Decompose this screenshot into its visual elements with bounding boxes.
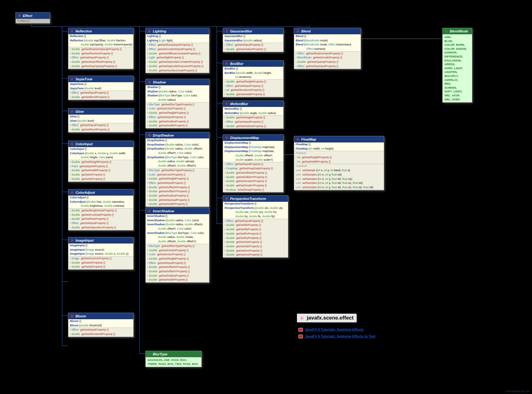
svg-line-34	[71, 112, 71, 113]
class-bloom: BloomBloom ()Bloom (double threshold)r E…	[68, 313, 134, 337]
class-title: Reflection	[75, 29, 92, 33]
svg-line-24	[73, 80, 74, 81]
enum-blurtype: BlurType GAUSSIAN, ONE_PASS_BOX, THREE_P…	[145, 351, 202, 367]
ctor-row: DropShadow ()	[146, 138, 209, 143]
enum-item: SCREEN,	[444, 86, 470, 90]
link-text: JavaFX 8 Tutorials: Applying Effects to …	[305, 334, 375, 338]
prop-section: r BlurType get/set/blurTypeProperty ()r …	[146, 244, 209, 282]
ctor-row: DropShadow (double radius, Color color)	[146, 143, 209, 147]
prop-row: r Color get/set/colorProperty ()	[146, 173, 209, 177]
prop-section: r double get/set/bottomOpacityProperty (…	[68, 47, 133, 69]
svg-line-160	[297, 32, 297, 33]
svg-line-32	[71, 110, 71, 111]
svg-point-144	[226, 198, 227, 199]
svg-line-132	[228, 105, 228, 105]
ctor-row: Glow ()	[68, 115, 133, 119]
svg-line-176	[445, 30, 446, 31]
svg-line-152	[228, 197, 228, 198]
svg-line-41	[71, 143, 71, 143]
class-boxblur: BoxBlurBoxBlur ()BoxBlur (double width, …	[223, 60, 284, 97]
svg-line-61	[71, 241, 71, 242]
prop-row: r double get/set/ulxProperty ()	[223, 240, 288, 244]
prop-row: r double get/set/xProperty ()	[68, 261, 133, 265]
sun-icon	[300, 316, 305, 320]
class-header: MotionBlur	[223, 101, 283, 107]
prop-section: r Effect get/set/inputProperty ()r doubl…	[68, 328, 133, 337]
prop-section: r Effect get/set/inputProperty ()r Float…	[223, 162, 283, 192]
enum-item: ADD,	[444, 35, 470, 39]
svg-line-5	[18, 15, 19, 15]
enum-item: OVERLAY,	[444, 78, 470, 82]
svg-line-59	[71, 239, 71, 240]
ctor-row: Lighting ()	[146, 34, 209, 39]
ctor-section: InnerShadow ()InnerShadow (double radius…	[146, 214, 209, 244]
tree-stub	[139, 353, 145, 354]
tree-line	[217, 26, 217, 224]
tree-stub	[62, 31, 68, 32]
ctor-row-cont: double radius, double choke,	[146, 235, 209, 239]
svg-point-72	[149, 31, 150, 32]
svg-line-125	[228, 62, 228, 63]
ctor-row-cont: double offsetY, Color color)	[146, 227, 209, 231]
link-icon	[298, 328, 303, 332]
prop-row: r Effect get/set/inputProperty ()	[223, 162, 283, 167]
link-tutorials-1[interactable]: JavaFX 8 Tutorials: Applying Effects	[298, 328, 364, 332]
svg-line-116	[228, 30, 228, 31]
ctor-row: ImageInput ()	[68, 244, 133, 248]
class-icon	[148, 133, 151, 137]
prop-row: r Effect get/set/bottomInputProperty ()	[294, 52, 361, 56]
svg-line-52	[71, 193, 71, 194]
class-icon	[70, 239, 74, 242]
prop-row: r double get/set/heightProperty ()	[146, 111, 209, 115]
class-header: BoxBlur	[223, 61, 283, 67]
ctor-section: Shadow ()Shadow (double radius, Color co…	[146, 85, 209, 103]
enum-icon	[148, 352, 151, 356]
enum-item: BLUE,	[444, 39, 470, 43]
svg-line-14	[71, 30, 71, 31]
class-header: Shadow	[146, 79, 209, 85]
svg-line-71	[73, 315, 74, 316]
ctor-row: InnerShadow (double radius, double offse…	[146, 222, 209, 227]
enum-item: GAUSSIAN, ONE_PASS_BOX,	[148, 358, 200, 362]
tree-stub	[217, 63, 223, 63]
svg-line-87	[150, 83, 151, 84]
ctor-row: ColorInput (double x, double y, double w…	[68, 151, 133, 156]
ctor-row: BoxBlur (double width, double height,	[223, 71, 283, 75]
ctor-row: Blend (BlendMode mode, Effect bottomInpu…	[294, 43, 361, 47]
accessor-section: void setSample (int x, int y, int band, …	[294, 168, 384, 190]
ctor-row: FloatMap ()	[294, 142, 384, 147]
class-header: ImageInput	[68, 237, 133, 244]
class-header: FloatMap	[294, 136, 384, 142]
svg-line-107	[150, 210, 151, 210]
enum-item: SRC_ATOP,	[444, 94, 470, 98]
tree-stub	[217, 103, 223, 104]
link-tutorials-2[interactable]: JavaFX 8 Tutorials: Applying Effects to …	[298, 334, 375, 338]
svg-point-36	[71, 143, 73, 145]
svg-line-124	[225, 65, 226, 65]
prop-row: r double get/set/radiusProperty ()	[146, 120, 209, 124]
enum-item: COLOR_DODGE,	[444, 47, 470, 51]
class-header: Lighting	[146, 28, 209, 34]
accessor-row: void setSample (int x, int y, int band, …	[294, 168, 384, 173]
ctor-row: InnerShadow ()	[146, 214, 209, 218]
prop-section: r double get/set/brightnessProperty ()r …	[68, 209, 133, 230]
prop-row: r Image get/set/sourceProperty ()	[68, 256, 133, 261]
svg-point-117	[226, 63, 227, 64]
svg-line-115	[225, 32, 226, 33]
prop-row: r double get/set/heightProperty ()	[146, 177, 209, 181]
class-header: DropShadow	[146, 132, 209, 138]
class-header: SepiaTone	[68, 76, 133, 82]
section-label: Accessor	[294, 164, 384, 168]
svg-point-27	[71, 111, 73, 112]
prop-row: r int get/set/iterationsProperty ()	[223, 88, 283, 92]
tree-stub	[217, 223, 223, 224]
enum-blendmode: BlendModeADD,BLUE,COLOR_BURN,COLOR_DODGE…	[442, 28, 472, 103]
ctor-row-cont: Effect topInput)	[294, 47, 361, 51]
prop-row: r double get/set/topOpacityProperty ()	[68, 64, 133, 69]
prop-section: r Effect get/set/inputProperty ()r doubl…	[68, 91, 133, 100]
svg-line-25	[71, 80, 71, 81]
assoc-line	[361, 39, 442, 39]
ctor-row: Bloom ()	[68, 319, 133, 324]
prop-row: r Effect get/set/inputProperty ()	[68, 221, 133, 226]
class-title: InnerShadow	[153, 209, 174, 213]
